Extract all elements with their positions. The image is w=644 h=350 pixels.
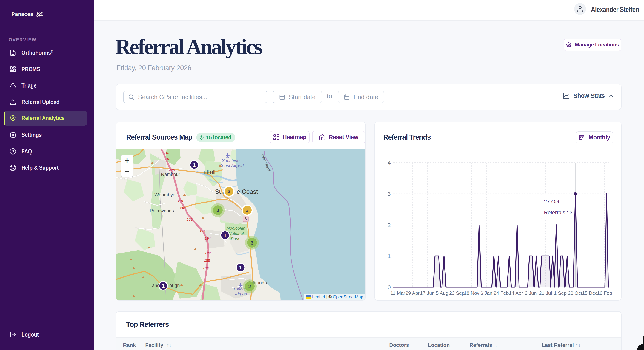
svg-text:188: 188 xyxy=(203,266,208,270)
svg-text:0: 0 xyxy=(388,284,391,290)
svg-text:14 Apr: 14 Apr xyxy=(509,290,523,296)
svg-text:1: 1 xyxy=(193,162,196,168)
svg-text:Land: Land xyxy=(149,283,160,288)
svg-text:Referrals : 3: Referrals : 3 xyxy=(544,210,572,215)
svg-text:Woombye: Woombye xyxy=(154,192,175,197)
svg-text:5 Aug: 5 Aug xyxy=(436,290,448,296)
svg-text:15 Dec: 15 Dec xyxy=(582,290,598,296)
svg-text:Mooloolah: Mooloolah xyxy=(226,226,246,230)
svg-text:188: 188 xyxy=(204,259,210,262)
svg-text:2: 2 xyxy=(248,284,251,289)
svg-text:200: 200 xyxy=(186,218,192,222)
svg-text:201: 201 xyxy=(180,206,186,210)
svg-text:190: 190 xyxy=(205,251,211,255)
svg-text:Coast Airport: Coast Airport xyxy=(219,163,244,168)
svg-text:201: 201 xyxy=(178,199,184,203)
svg-text:29 Apr: 29 Apr xyxy=(406,290,420,296)
svg-text:Sunshine: Sunshine xyxy=(222,158,240,163)
svg-text:Palmwoods: Palmwoods xyxy=(150,208,174,213)
svg-text:Nambour: Nambour xyxy=(161,172,180,177)
svg-text:6: 6 xyxy=(244,216,247,221)
svg-text:ough: ough xyxy=(169,283,180,288)
svg-text:27 Oct: 27 Oct xyxy=(544,199,560,205)
svg-text:1: 1 xyxy=(388,253,391,259)
svg-text:e Coast: e Coast xyxy=(237,188,258,195)
svg-text:16 Feb: 16 Feb xyxy=(597,290,612,296)
svg-text:194: 194 xyxy=(205,236,211,240)
svg-text:17 Jun: 17 Jun xyxy=(420,290,435,296)
svg-text:20 Oct: 20 Oct xyxy=(568,290,582,296)
svg-text:2 Jun: 2 Jun xyxy=(525,290,537,296)
svg-text:3: 3 xyxy=(250,240,254,246)
svg-text:Bli Bli: Bli Bli xyxy=(204,170,215,175)
svg-text:6 Jan: 6 Jan xyxy=(480,290,492,296)
svg-text:2: 2 xyxy=(388,222,391,228)
svg-text:3: 3 xyxy=(246,207,249,213)
svg-text:194: 194 xyxy=(200,229,206,233)
svg-text:18 Nov: 18 Nov xyxy=(464,290,479,296)
svg-text:21 Jul: 21 Jul xyxy=(539,290,552,296)
svg-text:National: National xyxy=(228,231,244,236)
svg-text:3: 3 xyxy=(228,188,230,194)
svg-text:23 Sep: 23 Sep xyxy=(449,290,464,296)
svg-text:3: 3 xyxy=(216,207,219,213)
svg-text:210: 210 xyxy=(163,151,169,155)
svg-text:1: 1 xyxy=(239,265,242,270)
svg-text:1 Sep: 1 Sep xyxy=(554,290,566,296)
svg-text:1: 1 xyxy=(224,233,226,238)
svg-text:11 Mar: 11 Mar xyxy=(390,290,405,296)
svg-text:1: 1 xyxy=(162,283,164,289)
svg-text:Park: Park xyxy=(231,236,240,241)
svg-text:208: 208 xyxy=(168,168,175,172)
svg-text:210: 210 xyxy=(164,157,170,161)
svg-text:3: 3 xyxy=(388,191,391,197)
svg-text:Airport: Airport xyxy=(234,292,247,296)
svg-text:4: 4 xyxy=(388,160,391,166)
svg-text:24 Feb: 24 Feb xyxy=(494,290,509,296)
